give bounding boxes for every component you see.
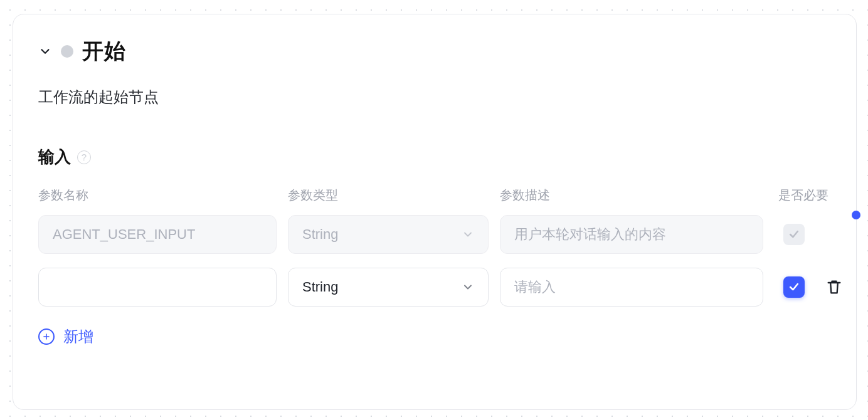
col-header-required: 是否必要 — [775, 187, 856, 204]
param-name-value: AGENT_USER_INPUT — [53, 226, 195, 243]
param-desc-field[interactable] — [500, 268, 763, 307]
collapse-toggle[interactable] — [38, 45, 52, 58]
chevron-down-icon — [462, 228, 474, 241]
param-required-checkbox[interactable] — [783, 276, 805, 298]
chevron-down-icon — [462, 281, 474, 293]
input-section-label: 输入 — [38, 146, 71, 168]
add-param-label: 新增 — [63, 327, 93, 347]
param-row: String — [38, 268, 831, 307]
chevron-down-icon — [38, 45, 52, 58]
param-desc-value: 用户本轮对话输入的内容 — [514, 225, 666, 244]
add-param-button[interactable]: 新增 — [38, 327, 93, 347]
param-name-field[interactable] — [38, 268, 277, 307]
param-type-value: String — [302, 279, 338, 295]
delete-row-button[interactable] — [823, 276, 845, 298]
node-description: 工作流的起始节点 — [38, 87, 831, 107]
output-port[interactable] — [852, 211, 860, 219]
param-row: AGENT_USER_INPUT String 用户本轮对话输入的内容 — [38, 215, 831, 254]
param-desc-field: 用户本轮对话输入的内容 — [500, 215, 763, 254]
trash-icon — [825, 278, 843, 296]
param-type-select[interactable]: String — [288, 268, 489, 307]
status-dot-icon — [61, 45, 73, 58]
col-header-desc: 参数描述 — [500, 187, 763, 204]
param-table-header: 参数名称 参数类型 参数描述 是否必要 — [38, 187, 831, 204]
param-type-select: String — [288, 215, 489, 254]
col-header-name: 参数名称 — [38, 187, 277, 204]
param-name-input[interactable] — [53, 279, 262, 295]
start-node-card: 开始 工作流的起始节点 输入 ? 参数名称 参数类型 参数描述 是否必要 AGE… — [13, 14, 857, 410]
param-name-field: AGENT_USER_INPUT — [38, 215, 277, 254]
param-required-checkbox — [783, 224, 805, 245]
check-icon — [788, 281, 800, 293]
plus-circle-icon — [38, 328, 55, 345]
node-title: 开始 — [82, 37, 126, 66]
node-header: 开始 — [38, 37, 831, 66]
input-section-heading: 输入 ? — [38, 146, 831, 168]
col-header-type: 参数类型 — [288, 187, 489, 204]
param-type-value: String — [302, 226, 338, 243]
check-icon — [788, 228, 800, 241]
param-desc-input[interactable] — [514, 279, 749, 295]
help-icon[interactable]: ? — [77, 150, 91, 164]
